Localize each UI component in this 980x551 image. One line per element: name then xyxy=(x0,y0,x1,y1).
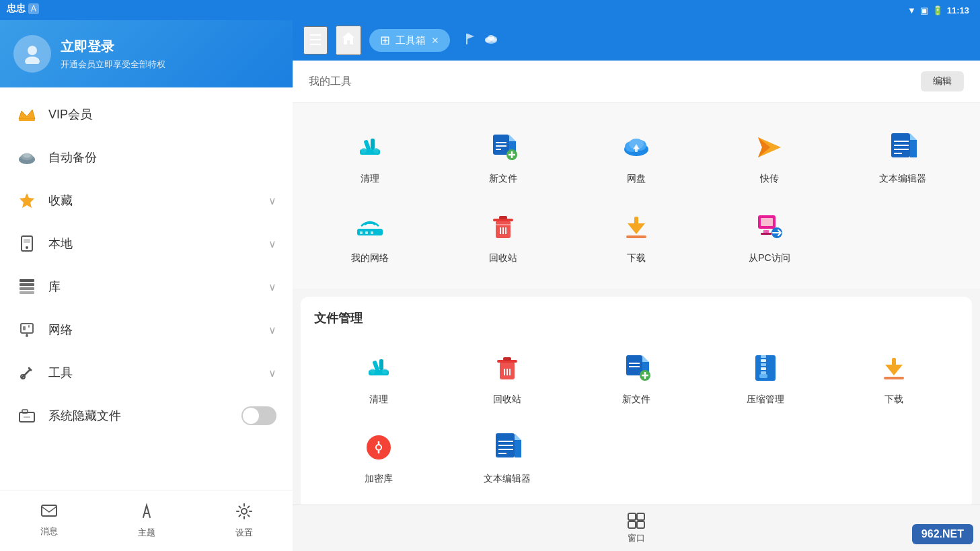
settings-icon xyxy=(235,503,253,524)
sidebar-item-local[interactable]: 本地 ∨ xyxy=(0,222,293,265)
svg-marker-93 xyxy=(642,355,649,362)
svg-rect-123 xyxy=(637,521,644,528)
tool-newfile[interactable]: 新文件 xyxy=(437,116,570,196)
main-content: ☰ ⊞ 工具箱 ✕ 我的工具 xyxy=(293,20,980,551)
file-vault-label: 加密库 xyxy=(365,473,393,485)
sidebar-header[interactable]: 立即登录 开通会员立即享受全部特权 xyxy=(0,20,293,87)
tab-close-icon[interactable]: ✕ xyxy=(431,35,439,46)
svg-marker-26 xyxy=(342,32,354,44)
quicksend-label: 快传 xyxy=(760,173,779,185)
footer-theme[interactable]: 主题 xyxy=(98,497,195,544)
texteditor1-label: 文本编辑器 xyxy=(879,173,926,185)
svg-rect-56 xyxy=(910,140,917,157)
tools-arrow: ∨ xyxy=(268,367,276,379)
app-logo: 忠忠 A xyxy=(7,3,39,15)
sidebar-item-network[interactable]: 网络 ∨ xyxy=(0,308,293,351)
battery-icon: 🔋 xyxy=(932,5,943,15)
texteditor1-icon xyxy=(882,127,923,168)
hidden-files-toggle[interactable] xyxy=(241,406,276,425)
toolbox-tab[interactable]: ⊞ 工具箱 ✕ xyxy=(369,29,450,52)
theme-icon xyxy=(138,503,155,524)
file-tool-trash[interactable]: 回收站 xyxy=(443,337,572,416)
svg-marker-114 xyxy=(515,433,521,440)
tool-frompc[interactable]: 从PC访问 xyxy=(703,196,836,275)
svg-point-85 xyxy=(382,369,387,374)
trash1-icon xyxy=(483,207,523,247)
sidebar-nav: VIP会员 自动备份 收藏 ∨ 本地 ∨ xyxy=(0,87,293,490)
hidden-files-icon xyxy=(16,405,38,427)
edit-button[interactable]: 编辑 xyxy=(921,71,964,91)
backup-icon xyxy=(16,147,38,168)
svg-rect-109 xyxy=(884,377,904,379)
app-badge: A xyxy=(28,3,39,14)
frompc-label: 从PC访问 xyxy=(749,252,790,264)
file-texteditor-label: 文本编辑器 xyxy=(484,473,531,485)
sidebar-item-tools[interactable]: 工具 ∨ xyxy=(0,351,293,394)
frompc-icon xyxy=(749,207,790,247)
cloud-top-icon xyxy=(484,32,498,49)
file-clean-label: 清理 xyxy=(369,394,388,406)
svg-marker-2 xyxy=(19,110,35,119)
sidebar-item-favorites[interactable]: 收藏 ∨ xyxy=(0,179,293,222)
sidebar-item-vip[interactable]: VIP会员 xyxy=(0,93,293,136)
svg-rect-63 xyxy=(365,231,368,234)
home-button[interactable] xyxy=(336,26,361,55)
file-tool-download[interactable]: 下载 xyxy=(829,337,958,416)
svg-rect-19 xyxy=(26,333,28,336)
footer-settings[interactable]: 设置 xyxy=(195,497,293,544)
window-button[interactable]: 窗口 xyxy=(627,512,646,544)
tool-quicksend[interactable]: 快传 xyxy=(703,116,836,196)
file-zip-icon xyxy=(745,348,786,388)
tab-grid-icon: ⊞ xyxy=(380,33,390,48)
svg-rect-62 xyxy=(360,231,363,234)
svg-rect-102 xyxy=(761,359,766,362)
file-tool-zip[interactable]: 压缩管理 xyxy=(701,337,830,416)
file-tools-grid: 清理 xyxy=(314,337,958,496)
hamburger-button[interactable]: ☰ xyxy=(303,26,328,54)
wifi-icon: ▼ xyxy=(907,5,916,15)
network-arrow: ∨ xyxy=(268,324,276,336)
file-tool-vault[interactable]: 加密库 xyxy=(314,416,443,496)
tool-texteditor1[interactable]: 文本编辑器 xyxy=(836,116,969,196)
svg-point-1 xyxy=(25,57,40,64)
tool-clean[interactable]: 清理 xyxy=(303,116,437,196)
svg-point-65 xyxy=(369,221,371,224)
file-newfile-label: 新文件 xyxy=(622,394,650,406)
svg-rect-101 xyxy=(761,355,766,358)
svg-rect-16 xyxy=(23,326,26,330)
my-tools-title: 我的工具 xyxy=(309,75,352,89)
download1-label: 下载 xyxy=(627,252,646,264)
vip-label: VIP会员 xyxy=(48,106,276,122)
file-tool-texteditor[interactable]: 文本编辑器 xyxy=(443,416,572,496)
login-title: 立即登录 xyxy=(61,38,165,56)
svg-point-36 xyxy=(361,148,367,153)
footer-messages[interactable]: 消息 xyxy=(0,497,98,544)
sidebar-item-library[interactable]: 库 ∨ xyxy=(0,265,293,308)
tool-download1[interactable]: 下载 xyxy=(570,196,703,275)
favorites-arrow: ∨ xyxy=(268,194,276,207)
avatar xyxy=(13,35,51,73)
library-label: 库 xyxy=(48,279,268,295)
sidebar-item-hidden-files[interactable]: 系统隐藏文件 xyxy=(0,394,293,437)
file-download-label: 下载 xyxy=(884,394,903,406)
svg-point-6 xyxy=(23,153,31,158)
trash1-label: 回收站 xyxy=(489,252,517,264)
sidebar-footer: 消息 主题 设置 xyxy=(0,490,293,551)
file-tool-newfile[interactable]: 新文件 xyxy=(572,337,701,416)
tab-label: 工具箱 xyxy=(395,34,426,47)
svg-point-112 xyxy=(377,445,381,449)
tool-trash1[interactable]: 回收站 xyxy=(437,196,570,275)
svg-rect-22 xyxy=(22,410,28,413)
svg-rect-77 xyxy=(761,218,773,226)
svg-rect-79 xyxy=(761,233,771,235)
tool-mynetwork[interactable]: 我的网络 xyxy=(303,196,437,275)
newfile-label: 新文件 xyxy=(489,173,517,185)
svg-point-37 xyxy=(373,148,379,153)
svg-rect-106 xyxy=(759,374,767,378)
signal-icon: ▣ xyxy=(920,5,928,15)
tool-netdisk[interactable]: 网盘 xyxy=(570,116,703,196)
svg-rect-74 xyxy=(634,217,638,231)
file-tool-clean[interactable]: 清理 xyxy=(314,337,443,416)
my-tools-section: 我的工具 编辑 xyxy=(293,61,980,289)
sidebar-item-backup[interactable]: 自动备份 xyxy=(0,136,293,179)
